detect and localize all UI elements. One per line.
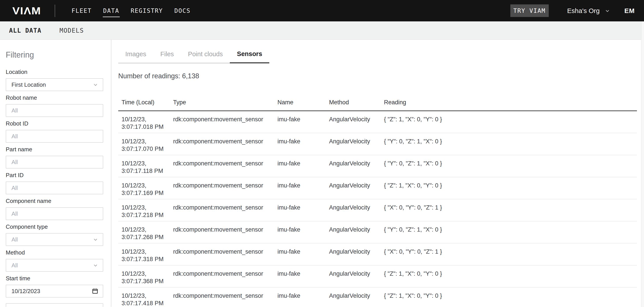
cell-name: imu-fake <box>274 265 326 287</box>
start-time-input[interactable]: 03:07:00 PM <box>6 303 103 307</box>
tab-images[interactable]: Images <box>118 45 153 63</box>
col-header-method[interactable]: Method <box>326 91 381 111</box>
cell-reading: { "X": 0, "Y": 0, "Z": 1 } <box>381 243 637 265</box>
cell-method: AngularVelocity <box>326 265 381 287</box>
nav-link-fleet[interactable]: FLEET <box>66 0 97 22</box>
filter-robot-name: Robot name <box>6 94 103 117</box>
table-row[interactable]: 10/12/23, 3:07:17.070 PM rdk:component:m… <box>118 133 637 155</box>
cell-time: 10/12/23, 3:07:17.418 PM <box>118 287 170 307</box>
component-type-value: All <box>12 236 18 243</box>
cell-time: 10/12/23, 3:07:17.368 PM <box>118 265 170 287</box>
filter-label: Location <box>6 69 103 75</box>
filter-label: Component name <box>6 198 103 204</box>
component-name-input[interactable] <box>6 207 103 220</box>
table-row[interactable]: 10/12/23, 3:07:17.218 PM rdk:component:m… <box>118 199 637 221</box>
cell-name: imu-fake <box>274 155 326 177</box>
cell-name: imu-fake <box>274 111 326 133</box>
main-content: Images Files Point clouds Sensors Number… <box>112 40 644 307</box>
chevron-down-icon <box>93 82 98 88</box>
try-viam-button[interactable]: TRY VIAM <box>510 4 549 17</box>
cell-time: 10/12/23, 3:07:17.218 PM <box>118 199 170 221</box>
start-date-input[interactable]: 10/12/2023 <box>6 285 103 298</box>
top-nav: VIΛM FLEET DATA REGISTRY DOCS TRY VIAM E… <box>0 0 644 22</box>
filter-component-name: Component name <box>6 198 103 220</box>
filter-method: Method All <box>6 250 103 272</box>
filter-label: Method <box>6 250 103 256</box>
chevron-down-icon <box>93 237 98 242</box>
cell-type: rdk:component:movement_sensor <box>170 199 274 221</box>
location-select[interactable]: First Location <box>6 78 103 91</box>
chevron-down-icon <box>604 8 610 14</box>
user-avatar[interactable]: EM <box>624 7 635 14</box>
cell-reading: { "Z": 1, "X": 0, "Y": 0 } <box>381 265 637 287</box>
table-row[interactable]: 10/12/23, 3:07:17.368 PM rdk:component:m… <box>118 265 637 287</box>
cell-type: rdk:component:movement_sensor <box>170 155 274 177</box>
cell-method: AngularVelocity <box>326 155 381 177</box>
method-select[interactable]: All <box>6 259 103 272</box>
subnav-tab-all-data[interactable]: ALL DATA <box>9 27 42 34</box>
filter-label: Robot name <box>6 94 103 101</box>
cell-name: imu-fake <box>274 177 326 199</box>
filter-label: Component type <box>6 224 103 230</box>
robot-name-input[interactable] <box>6 104 103 117</box>
filter-label: Part ID <box>6 172 103 178</box>
filter-component-type: Component type All <box>6 224 103 246</box>
part-name-input[interactable] <box>6 156 103 168</box>
cell-type: rdk:component:movement_sensor <box>170 287 274 307</box>
cell-name: imu-fake <box>274 287 326 307</box>
col-header-type[interactable]: Type <box>170 91 274 111</box>
table-row[interactable]: 10/12/23, 3:07:17.318 PM rdk:component:m… <box>118 243 637 265</box>
filter-label: Robot ID <box>6 120 103 126</box>
cell-method: AngularVelocity <box>326 177 381 199</box>
nav-link-registry[interactable]: REGISTRY <box>125 0 169 22</box>
col-header-name[interactable]: Name <box>274 91 326 111</box>
cell-method: AngularVelocity <box>326 111 381 133</box>
cell-reading: { "Y": 0, "Z": 1, "X": 0 } <box>381 155 637 177</box>
tab-point-clouds[interactable]: Point clouds <box>181 45 230 63</box>
sensor-readings-table: Time (Local) Type Name Method Reading 10… <box>118 91 637 307</box>
filter-part-name: Part name <box>6 146 103 168</box>
cell-type: rdk:component:movement_sensor <box>170 265 274 287</box>
cell-method: AngularVelocity <box>326 221 381 243</box>
filter-label: Part name <box>6 146 103 152</box>
tab-sensors[interactable]: Sensors <box>230 45 269 63</box>
readings-count: Number of readings: 6,138 <box>118 72 644 80</box>
table-row[interactable]: 10/12/23, 3:07:17.268 PM rdk:component:m… <box>118 221 637 243</box>
tab-files[interactable]: Files <box>153 45 181 63</box>
table-row[interactable]: 10/12/23, 3:07:17.418 PM rdk:component:m… <box>118 287 637 307</box>
col-header-time[interactable]: Time (Local) <box>118 91 170 111</box>
viam-logo[interactable]: VIΛM <box>12 5 41 16</box>
page-body: Filtering Location First Location Robot … <box>0 40 644 307</box>
subnav-tab-models[interactable]: MODELS <box>60 27 84 34</box>
cell-reading: { "Z": 1, "X": 0, "Y": 0 } <box>381 287 637 307</box>
table-row[interactable]: 10/12/23, 3:07:17.018 PM rdk:component:m… <box>118 111 637 133</box>
table-row[interactable]: 10/12/23, 3:07:17.169 PM rdk:component:m… <box>118 177 637 199</box>
start-time-value: 03:07:00 PM <box>12 306 44 307</box>
nav-link-data[interactable]: DATA <box>98 0 125 22</box>
cell-name: imu-fake <box>274 221 326 243</box>
cell-time: 10/12/23, 3:07:17.318 PM <box>118 243 170 265</box>
cell-time: 10/12/23, 3:07:17.118 PM <box>118 155 170 177</box>
sub-nav: ALL DATA MODELS <box>0 22 644 40</box>
col-header-reading[interactable]: Reading <box>381 91 637 111</box>
filter-location: Location First Location <box>6 69 103 91</box>
filter-sidebar: Filtering Location First Location Robot … <box>0 40 112 307</box>
org-menu[interactable]: Esha's Org <box>567 7 610 14</box>
vertical-scrollbar[interactable] <box>641 22 644 307</box>
robot-id-input[interactable] <box>6 130 103 143</box>
part-id-input[interactable] <box>6 182 103 194</box>
table-row[interactable]: 10/12/23, 3:07:17.118 PM rdk:component:m… <box>118 155 637 177</box>
nav-divider <box>55 5 55 17</box>
cell-name: imu-fake <box>274 243 326 265</box>
cell-name: imu-fake <box>274 199 326 221</box>
filter-robot-id: Robot ID <box>6 120 103 143</box>
component-type-select[interactable]: All <box>6 233 103 246</box>
cell-type: rdk:component:movement_sensor <box>170 243 274 265</box>
cell-type: rdk:component:movement_sensor <box>170 133 274 155</box>
cell-time: 10/12/23, 3:07:17.268 PM <box>118 221 170 243</box>
cell-type: rdk:component:movement_sensor <box>170 177 274 199</box>
cell-name: imu-fake <box>274 133 326 155</box>
data-type-tabs: Images Files Point clouds Sensors <box>118 45 269 63</box>
nav-link-docs[interactable]: DOCS <box>169 0 196 22</box>
cell-reading: { "Y": 0, "Z": 1, "X": 0 } <box>381 133 637 155</box>
